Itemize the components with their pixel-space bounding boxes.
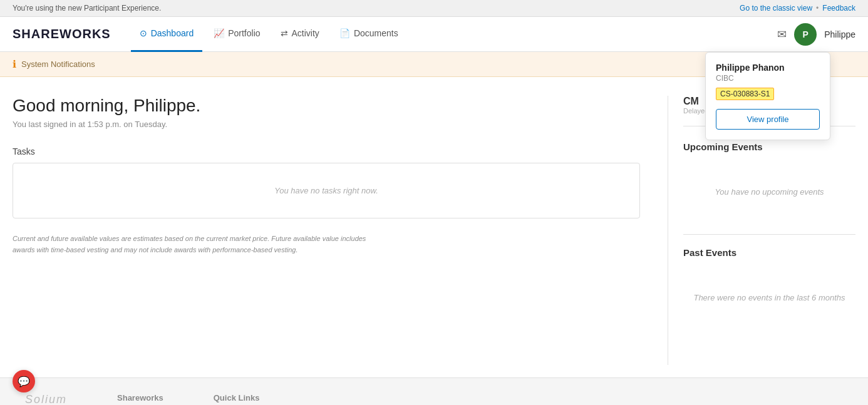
banner-right: Go to the classic view • Feedback xyxy=(740,4,855,13)
past-events-title: Past Events xyxy=(683,247,855,258)
left-panel: Good morning, Philippe. You last signed … xyxy=(13,96,653,365)
view-profile-button[interactable]: View profile xyxy=(716,109,820,130)
logo: SHAREWORKS xyxy=(13,27,111,41)
navbar-right: ✉ P Philippe xyxy=(777,23,855,46)
footer-logo: Solium xyxy=(25,393,67,405)
footer-shareworks-title: Shareworks xyxy=(117,393,163,402)
nav-item-portfolio[interactable]: 📈 Portfolio xyxy=(205,17,269,52)
username[interactable]: Philippe xyxy=(824,29,855,39)
warning-icon: ℹ xyxy=(13,58,16,70)
nav-item-documents[interactable]: 📄 Documents xyxy=(331,17,407,52)
footer-col-shareworks: Shareworks xyxy=(117,393,163,405)
profile-name: Philippe Phanon xyxy=(716,63,820,73)
tasks-empty-message: You have no tasks right now. xyxy=(274,186,378,195)
profile-dropdown: Philippe Phanon CIBC CS-030883-S1 View p… xyxy=(705,52,830,140)
classic-view-link[interactable]: Go to the classic view xyxy=(740,4,812,13)
upcoming-events-empty: You have no upcoming events xyxy=(683,162,855,222)
nav-label-portfolio: Portfolio xyxy=(228,28,260,38)
past-events-empty: There were no events in the last 6 month… xyxy=(683,268,855,327)
chat-icon: 💬 xyxy=(18,376,30,387)
upcoming-events-title: Upcoming Events xyxy=(683,141,855,152)
avatar[interactable]: P xyxy=(794,23,817,46)
disclaimer-text: Current and future available values are … xyxy=(13,233,388,255)
system-notifications-label: System Notifications xyxy=(21,59,95,69)
nav-item-dashboard[interactable]: ⊙ Dashboard xyxy=(131,17,203,52)
documents-icon: 📄 xyxy=(339,28,350,38)
nav-label-activity: Activity xyxy=(292,28,319,38)
portfolio-icon: 📈 xyxy=(214,28,224,38)
footer-quicklinks-title: Quick Links xyxy=(214,393,260,402)
mail-icon[interactable]: ✉ xyxy=(777,28,787,41)
tasks-section-title: Tasks xyxy=(13,146,640,156)
profile-account-id: CS-030883-S1 xyxy=(716,88,774,100)
banner-separator: • xyxy=(816,4,819,13)
nav-label-dashboard: Dashboard xyxy=(151,28,194,38)
nav-items: ⊙ Dashboard 📈 Portfolio ⇄ Activity 📄 Doc… xyxy=(131,17,778,52)
chat-bubble[interactable]: 💬 xyxy=(13,370,35,392)
footer: Solium Shareworks Quick Links xyxy=(0,377,868,405)
top-banner: You're using the new Participant Experie… xyxy=(0,0,868,17)
last-signed: You last signed in at 1:53 p.m. on Tuesd… xyxy=(13,120,640,129)
navbar: SHAREWORKS ⊙ Dashboard 📈 Portfolio ⇄ Act… xyxy=(0,17,868,52)
past-events-section: Past Events There were no events in the … xyxy=(683,247,855,327)
greeting-title: Good morning, Philippe. xyxy=(13,96,640,116)
tasks-empty-box: You have no tasks right now. xyxy=(13,163,640,218)
dashboard-icon: ⊙ xyxy=(140,28,147,38)
feedback-link[interactable]: Feedback xyxy=(822,4,855,13)
events-divider xyxy=(683,234,855,235)
nav-label-documents: Documents xyxy=(354,28,398,38)
banner-message: You're using the new Participant Experie… xyxy=(13,4,161,13)
nav-item-activity[interactable]: ⇄ Activity xyxy=(272,17,328,52)
activity-icon: ⇄ xyxy=(281,28,288,38)
footer-col-quicklinks: Quick Links xyxy=(214,393,260,405)
profile-company: CIBC xyxy=(716,74,820,83)
upcoming-events-section: Upcoming Events You have no upcoming eve… xyxy=(683,141,855,222)
